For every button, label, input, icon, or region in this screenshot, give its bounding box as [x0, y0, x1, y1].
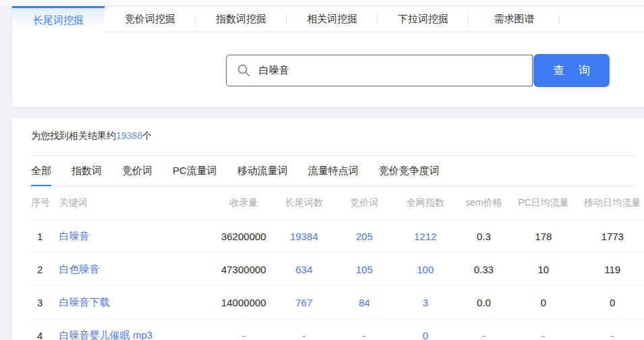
cell-bid[interactable]: 205 — [334, 231, 395, 242]
col-header-pc-traffic: PC日均流量 — [511, 197, 575, 209]
filter-tab-bid-competition-words[interactable]: 竞价竞争度词 — [379, 165, 440, 186]
cell-longtail[interactable]: 767 — [274, 297, 334, 308]
cell-inclusion: 47300000 — [214, 264, 274, 275]
cell-mobile-traffic: 1773 — [576, 231, 644, 242]
cell-whole-index[interactable]: 3 — [394, 297, 457, 308]
cell-index: 2 — [31, 264, 59, 275]
col-header-whole-index: 全网指数 — [394, 197, 457, 209]
search-row: 查 询 — [226, 55, 610, 87]
table-row: 3 白噪音下载 14000000 767 84 3 0.0 0 0 — [31, 286, 644, 319]
cell-mobile-traffic: - — [576, 330, 644, 340]
cell-longtail[interactable]: 19384 — [274, 231, 334, 242]
cell-sem-price: 0.33 — [457, 264, 512, 275]
col-header-inclusion: 收录量 — [214, 197, 274, 209]
tab-dropdownword-mining[interactable]: 下拉词挖掘 — [378, 6, 469, 32]
cell-longtail[interactable]: 634 — [274, 264, 334, 275]
col-header-longtail: 长尾词数 — [274, 197, 334, 209]
search-panel: 长尾词挖掘 竞价词挖掘 指数词挖掘 相关词挖掘 下拉词挖掘 需求图谱 查 询 — [12, 6, 644, 107]
filter-tab-bid-words[interactable]: 竞价词 — [122, 165, 152, 186]
table-row: 1 白噪音 36200000 19384 205 1212 0.3 178 17… — [31, 220, 644, 253]
cell-inclusion: 14000000 — [214, 297, 274, 308]
cell-whole-index[interactable]: 100 — [394, 264, 457, 275]
page-top-band — [0, 0, 644, 6]
filter-tab-traffic-feature-words[interactable]: 流量特点词 — [308, 165, 359, 186]
cell-whole-index[interactable]: 0 — [394, 330, 457, 340]
cell-pc-traffic: 0 — [511, 297, 575, 308]
search-input[interactable] — [259, 55, 532, 86]
filter-tab-mobile-traffic-words[interactable]: 移动流量词 — [237, 165, 288, 186]
result-count-suffix: 个 — [142, 130, 152, 141]
filter-tab-pc-traffic-words[interactable]: PC流量词 — [173, 165, 217, 186]
tab-relatedword-mining[interactable]: 相关词挖掘 — [287, 6, 378, 32]
cell-mobile-traffic: 0 — [576, 297, 644, 308]
cell-sem-price: 0.0 — [457, 297, 512, 308]
cell-bid[interactable]: - — [334, 330, 395, 340]
filter-tab-all[interactable]: 全部 — [31, 165, 51, 186]
tab-demand-map[interactable]: 需求图谱 — [469, 6, 560, 32]
search-icon — [237, 63, 251, 78]
cell-inclusion: 36200000 — [214, 231, 274, 242]
tab-strip-filler — [560, 6, 644, 32]
table-row: 2 白色噪音 47300000 634 105 100 0.33 10 119 — [31, 253, 644, 286]
cell-mobile-traffic: 119 — [576, 264, 644, 275]
col-header-index: 序号 — [31, 197, 59, 209]
cell-bid[interactable]: 105 — [334, 264, 395, 275]
tab-indexword-mining[interactable]: 指数词挖掘 — [196, 6, 287, 32]
col-header-bid: 竞价词 — [334, 197, 395, 209]
results-panel: 为您找到相关结果约19388个 全部 指数词 竞价词 PC流量词 移动流量词 流… — [12, 118, 644, 340]
cell-keyword-link[interactable]: 白噪音 — [59, 230, 214, 243]
cell-pc-traffic: 178 — [511, 231, 575, 242]
query-button[interactable]: 查 询 — [533, 54, 610, 87]
result-count-prefix: 为您找到相关结果约 — [31, 130, 116, 141]
cell-pc-traffic: - — [511, 330, 575, 340]
cell-sem-price: - — [457, 330, 512, 340]
result-count: 为您找到相关结果约19388个 — [31, 129, 644, 142]
cell-inclusion: - — [214, 330, 274, 340]
cell-index: 1 — [31, 231, 59, 242]
cell-longtail[interactable]: - — [274, 330, 334, 340]
cell-bid[interactable]: 84 — [334, 297, 395, 308]
filter-tab-bar: 全部 指数词 竞价词 PC流量词 移动流量词 流量特点词 竞价竞争度词 — [31, 156, 636, 186]
col-header-sem-price: sem价格 — [457, 197, 512, 209]
table-row: 4 白噪音婴儿催眠 mp3 - - - 0 - - - — [31, 319, 644, 340]
main-tab-bar: 长尾词挖掘 竞价词挖掘 指数词挖掘 相关词挖掘 下拉词挖掘 需求图谱 — [12, 6, 644, 32]
search-box — [226, 55, 533, 86]
table-header-row: 序号 关键词 收录量 长尾词数 竞价词 全网指数 sem价格 PC日均流量 移动… — [31, 186, 644, 220]
cell-keyword-link[interactable]: 白噪音婴儿催眠 mp3 — [59, 329, 214, 340]
cell-index: 3 — [31, 297, 59, 308]
cell-pc-traffic: 10 — [511, 264, 575, 275]
col-header-mobile-traffic: 移动日均流量 — [576, 197, 644, 209]
cell-sem-price: 0.3 — [457, 231, 512, 242]
cell-index: 4 — [31, 330, 59, 340]
result-count-number: 19388 — [116, 130, 142, 141]
cell-keyword-link[interactable]: 白噪音下载 — [59, 296, 214, 309]
col-header-keyword: 关键词 — [59, 197, 214, 209]
tab-bidword-mining[interactable]: 竞价词挖掘 — [105, 6, 196, 32]
tab-longtail-mining[interactable]: 长尾词挖掘 — [12, 6, 105, 32]
filter-tab-index-words[interactable]: 指数词 — [71, 165, 102, 186]
cell-whole-index[interactable]: 1212 — [394, 231, 457, 242]
cell-keyword-link[interactable]: 白色噪音 — [59, 263, 214, 276]
